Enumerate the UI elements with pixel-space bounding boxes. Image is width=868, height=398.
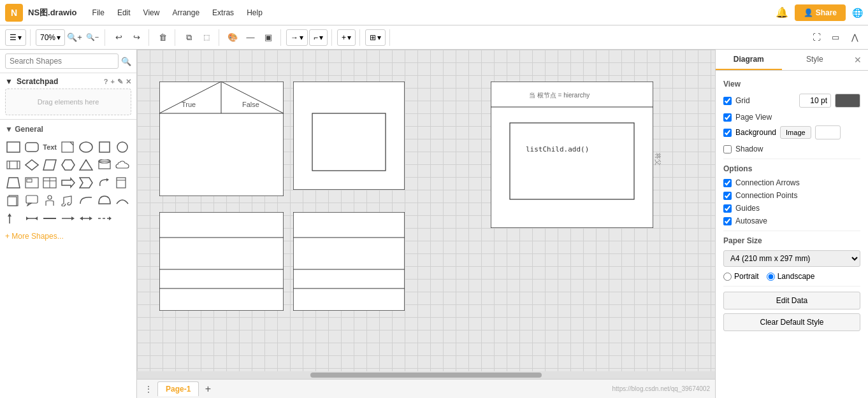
tab-style[interactable]: Style [782,50,848,70]
shape-hex[interactable] [60,157,76,173]
page-view-checkbox[interactable] [723,113,732,122]
undo-button[interactable]: ↩ [110,29,127,46]
shape-line-dashed[interactable] [96,210,113,227]
grid-color-box[interactable] [835,94,860,108]
shape-text[interactable]: Text [41,139,58,155]
menu-edit[interactable]: Edit [112,6,136,20]
copy-button[interactable]: ⧉ [180,29,197,46]
shape-line-double-arrow[interactable] [78,210,94,227]
insert-dropdown[interactable]: + ▾ [337,29,356,46]
paper-size-select[interactable]: A4 (210 mm x 297 mm) [723,250,860,267]
diagram-element-table1[interactable] [159,212,284,313]
shape-doc[interactable] [114,174,131,191]
scratchpad-close-icon[interactable]: ✕ [126,78,131,86]
diagram-element-nested[interactable] [293,82,405,192]
edit-data-button[interactable]: Edit Data [723,292,860,309]
shape-callout[interactable] [24,192,40,209]
scratchpad-add-icon[interactable]: + [111,78,115,86]
menu-view[interactable]: View [138,6,165,20]
collapse-button[interactable]: ⋀ [846,29,863,46]
shape-half-circle[interactable] [96,192,113,209]
zoom-in-button[interactable]: 🔍+ [66,29,83,46]
guides-checkbox[interactable] [723,204,732,213]
shape-table[interactable] [41,174,58,191]
shape-trapezoid[interactable] [5,174,22,191]
globe-icon[interactable]: 🌐 [852,8,863,18]
redo-button[interactable]: ↪ [128,29,145,46]
share-button[interactable]: 👤 Share [795,4,846,21]
shape-line-arrow[interactable] [60,210,76,227]
shape-chevron[interactable] [78,174,94,191]
search-input[interactable] [5,53,119,69]
connection-points-checkbox[interactable] [723,192,732,200]
scratchpad-edit-icon[interactable]: ✎ [117,78,123,86]
more-shapes[interactable]: + More Shapes... [5,229,131,243]
shape-note[interactable] [60,139,76,155]
shape-triangle[interactable] [78,157,94,173]
clear-default-style-button[interactable]: Clear Default Style [723,313,860,331]
shape-arrow-both[interactable] [24,210,40,227]
background-color-box[interactable] [815,125,841,139]
shape-person[interactable] [41,192,58,209]
menu-extras[interactable]: Extras [207,6,239,20]
shape-line-solid[interactable] [41,210,58,227]
add-page-button[interactable]: + [201,383,214,395]
diagram-element-table2[interactable] [293,212,405,313]
page-tab-menu[interactable]: ⋮ [142,383,155,395]
scratchpad-arrow[interactable]: ▼ [5,77,13,86]
table-dropdown[interactable]: ⊞ ▾ [365,29,386,46]
shape-cloud[interactable] [114,157,131,173]
right-close-button[interactable]: ✕ [850,52,865,68]
shape-doc2[interactable] [5,192,22,209]
line-button[interactable]: — [242,29,259,46]
sidebar-toggle[interactable]: ☰ ▾ [5,29,26,46]
canvas-scrollbar-thumb[interactable] [310,373,542,378]
portrait-radio[interactable] [723,273,732,281]
landscape-label[interactable]: Landscape [767,272,815,281]
waypoint-dropdown[interactable]: ⌐ ▾ [309,29,328,46]
menu-file[interactable]: File [87,6,110,20]
paste-button[interactable]: ⬚ [198,29,215,46]
page-tab-1[interactable]: Page-1 [157,381,199,396]
canvas-area[interactable]: True False 当 根节点 = hiera [137,50,715,379]
zoom-dropdown[interactable]: 70% ▾ [36,29,65,46]
autosave-checkbox[interactable] [723,217,732,225]
shape-parallelogram[interactable] [41,157,58,173]
grid-pt-input[interactable] [799,94,831,108]
tab-diagram[interactable]: Diagram [716,50,782,70]
shape-arrow-right[interactable] [60,174,76,191]
fit-button[interactable]: ▭ [827,29,844,46]
shape-rect-sharp[interactable] [5,139,22,155]
shadow-checkbox[interactable] [723,145,732,153]
background-checkbox[interactable] [723,129,732,137]
fullscreen-button[interactable]: ⛶ [808,29,825,46]
grid-checkbox[interactable] [723,97,732,105]
bell-icon[interactable]: 🔔 [776,6,788,18]
shape-rect-round[interactable] [24,139,40,155]
diagram-element-decision[interactable]: True False [159,82,284,198]
shadow-btn[interactable]: ▣ [260,29,277,46]
shape-arc[interactable] [78,192,94,209]
shape-music[interactable] [60,192,76,209]
shape-cylinder[interactable] [96,157,113,173]
connector-dropdown[interactable]: → ▾ [286,29,308,46]
scratchpad-help-icon[interactable]: ? [104,78,108,86]
image-button[interactable]: Image [780,126,811,139]
shape-ellipse[interactable] [78,139,94,155]
shape-diamond[interactable] [24,157,40,173]
fill-button[interactable]: 🎨 [224,29,241,46]
canvas-scrollbar[interactable] [137,371,715,379]
menu-arrange[interactable]: Arrange [167,6,205,20]
landscape-radio[interactable] [767,273,775,281]
portrait-label[interactable]: Portrait [723,272,759,281]
general-section-header[interactable]: ▼ General [5,122,131,136]
shape-rect-group[interactable] [24,174,40,191]
shape-arrow-up[interactable] [5,210,22,227]
shape-curved2[interactable] [114,192,131,209]
zoom-out-button[interactable]: 🔍− [84,29,101,46]
search-icon[interactable]: 🔍 [121,57,131,66]
shape-square[interactable] [96,139,113,155]
shape-process[interactable] [5,157,22,173]
menu-help[interactable]: Help [242,6,268,20]
shape-circle[interactable] [114,139,131,155]
